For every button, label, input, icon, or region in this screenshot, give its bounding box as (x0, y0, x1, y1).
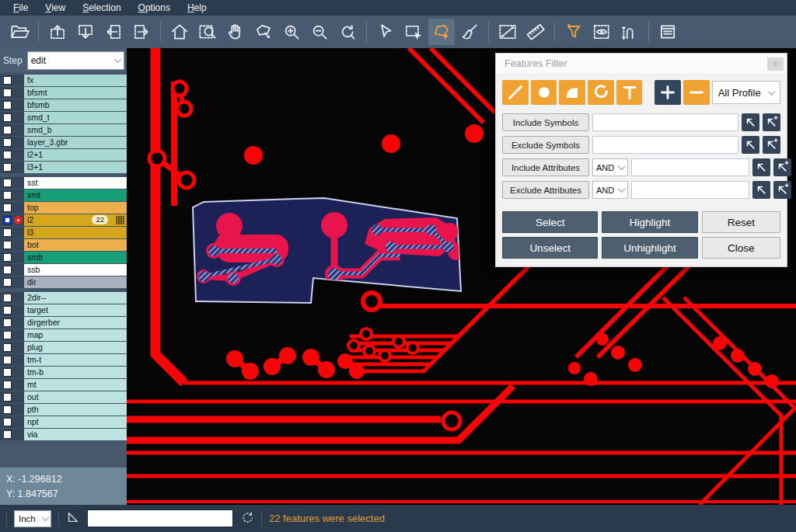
layer-visibility-checkbox[interactable] (3, 418, 12, 426)
layer-visibility-checkbox[interactable] (3, 179, 12, 187)
layer-row-tm-t[interactable]: tm-t (0, 354, 127, 366)
corner-angle-icon[interactable] (66, 510, 80, 527)
send-right-button[interactable] (128, 19, 155, 45)
layer-name[interactable]: dir (24, 276, 127, 288)
include-symbols-input[interactable] (592, 113, 738, 131)
filter-text-button[interactable] (616, 80, 643, 105)
include-attributes-button[interactable]: Include Attributes (502, 158, 589, 176)
layer-name[interactable]: bfsmt (24, 87, 127, 99)
refresh-icon[interactable] (240, 510, 254, 527)
layer-row-fx[interactable]: fx (0, 75, 127, 86)
layer-row-out[interactable]: out (0, 391, 127, 403)
layer-row-map[interactable]: map (0, 329, 127, 341)
layer-row-ssb[interactable]: ssb (0, 264, 127, 276)
layer-row-npt[interactable]: npt (0, 416, 127, 428)
layer-row-smb[interactable]: smb (0, 252, 127, 263)
layer-name[interactable]: sst (24, 177, 127, 189)
layer-visibility-checkbox[interactable] (3, 203, 12, 212)
features-filter-button[interactable] (560, 19, 587, 45)
layer-row-pth[interactable]: pth (0, 404, 127, 416)
exclude-attributes-button[interactable]: Exclude Attributes (502, 181, 589, 199)
clean-brush-button[interactable] (456, 19, 483, 45)
exclude-symbols-input[interactable] (592, 136, 738, 154)
polarity-negative-button[interactable] (683, 80, 710, 105)
layer-visibility-checkbox[interactable] (3, 138, 12, 147)
layer-visibility-checkbox[interactable] (3, 191, 12, 200)
menu-item-options[interactable]: Options (130, 2, 179, 13)
menu-item-selection[interactable]: Selection (74, 2, 129, 13)
close-button[interactable]: Close (702, 237, 780, 259)
units-select[interactable]: Inch (14, 510, 51, 527)
layer-row-l2[interactable]: l222 (0, 214, 127, 226)
layer-visibility-checkbox[interactable] (3, 126, 12, 134)
exclude-attributes-operator-select[interactable]: AND (592, 181, 628, 199)
highlight-button[interactable]: Highlight (602, 211, 697, 233)
zoom-out-button[interactable] (306, 19, 333, 45)
unselect-button[interactable]: Unselect (502, 237, 598, 259)
layer-name[interactable]: out (24, 391, 127, 403)
layer-name[interactable]: bfsmb (24, 99, 127, 111)
layer-row-dirgerber[interactable]: dirgerber (0, 317, 127, 329)
layer-row-target[interactable]: target (0, 304, 127, 316)
open-folder-button[interactable] (6, 19, 33, 45)
layer-visibility-checkbox[interactable] (3, 101, 12, 110)
exclude-attributes-input[interactable] (631, 181, 749, 199)
layer-row-dir[interactable]: dir (0, 276, 127, 288)
layer-visibility-checkbox[interactable] (3, 228, 12, 237)
exclude-symbols-button[interactable]: Exclude Symbols (502, 136, 589, 154)
zoom-reset-button[interactable] (334, 19, 361, 45)
include-attributes-operator-select[interactable]: AND (592, 158, 628, 176)
reset-button[interactable]: Reset (702, 211, 780, 233)
layer-name[interactable]: target (24, 304, 127, 316)
measure-line-button[interactable] (494, 19, 521, 45)
include-symbols-pick-button[interactable] (742, 113, 759, 131)
layer-name[interactable]: npt (24, 416, 127, 428)
layer-visibility-checkbox[interactable] (3, 113, 12, 122)
layer-name[interactable]: l3+1 (24, 162, 127, 173)
layer-name[interactable]: dirgerber (24, 317, 127, 329)
layer-visibility-checkbox[interactable] (3, 253, 12, 262)
home-button[interactable] (166, 19, 193, 45)
layer-row-l3+1[interactable]: l3+1 (0, 162, 127, 173)
layer-row-smt[interactable]: smt (0, 190, 127, 201)
layer-name[interactable]: tm-b (24, 367, 127, 378)
layer-row-smd_t[interactable]: smd_t (0, 112, 127, 123)
unhighlight-button[interactable]: Unhighlight (602, 237, 697, 259)
send-down-button[interactable] (72, 19, 99, 45)
zoom-in-button[interactable] (278, 19, 305, 45)
polarity-positive-button[interactable] (655, 80, 681, 105)
layer-visibility-checkbox[interactable] (3, 430, 12, 439)
filter-line-button[interactable] (502, 80, 529, 105)
layer-name[interactable]: ssb (24, 264, 127, 276)
dialog-title-bar[interactable]: Features Filter × (496, 54, 787, 75)
pan-hand-button[interactable] (222, 19, 249, 45)
layer-row-bot[interactable]: bot (0, 239, 127, 251)
grid-icon[interactable] (116, 216, 124, 224)
close-icon[interactable]: × (767, 57, 784, 71)
layer-row-tm-b[interactable]: tm-b (0, 367, 127, 378)
filter-arc-button[interactable] (588, 80, 614, 105)
command-input[interactable] (87, 509, 233, 527)
pointer-select-button[interactable] (372, 19, 399, 45)
menu-item-help[interactable]: Help (179, 2, 215, 13)
layer-name[interactable]: l3 (24, 227, 127, 238)
profile-select[interactable]: All Profile (712, 81, 780, 104)
polygon-select-button[interactable] (428, 19, 455, 45)
layer-name[interactable]: plug (24, 342, 127, 353)
layer-visibility-checkbox[interactable] (3, 381, 12, 389)
layer-row-via[interactable]: via (0, 429, 127, 440)
layer-visibility-checkbox[interactable] (3, 318, 12, 327)
layer-name[interactable]: pth (24, 404, 127, 416)
layer-visibility-checkbox[interactable] (3, 151, 12, 159)
layer-visibility-checkbox[interactable] (3, 266, 12, 274)
layer-name[interactable]: l2+1 (24, 149, 127, 161)
layer-row-2dir--[interactable]: 2dir-- (0, 292, 127, 304)
include-attributes-pick-button[interactable] (752, 158, 770, 176)
layer-name[interactable]: l222 (24, 214, 127, 226)
layer-visibility-checkbox[interactable] (3, 331, 12, 339)
layer-name[interactable]: 2dir-- (24, 292, 127, 304)
layer-visibility-checkbox[interactable] (3, 241, 12, 249)
layer-row-l2+1[interactable]: l2+1 (0, 149, 127, 161)
layer-row-sst[interactable]: sst (0, 177, 127, 189)
layer-name[interactable]: map (24, 329, 127, 341)
